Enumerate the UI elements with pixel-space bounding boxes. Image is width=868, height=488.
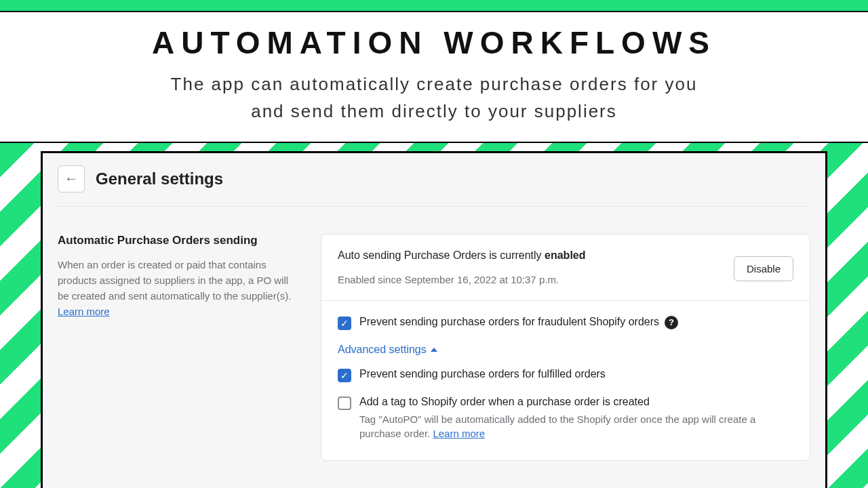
option-fraud-text: Prevent sending purchase orders for frau… — [359, 316, 678, 329]
help-icon[interactable]: ? — [665, 316, 678, 329]
advanced-label: Advanced settings — [338, 344, 427, 356]
hero-sub-line-1: The app can automatically create purchas… — [171, 74, 698, 94]
status-line: Auto sending Purchase Orders is currentl… — [338, 249, 586, 262]
striped-stage: ← General settings Automatic Purchase Or… — [0, 143, 868, 488]
option-fraud-label: Prevent sending purchase orders for frau… — [359, 316, 659, 327]
page-title: General settings — [96, 169, 223, 188]
hero-banner: AUTOMATION WORKFLOWS The app can automat… — [0, 12, 868, 143]
option-fulfilled: ✓ Prevent sending purchase orders for fu… — [338, 368, 793, 382]
option-tag-help: Tag "AutoPO" will be automatically added… — [359, 412, 793, 442]
learn-more-link[interactable]: Learn more — [58, 306, 110, 317]
tag-learn-more-link[interactable]: Learn more — [433, 428, 485, 439]
checkbox-tag[interactable] — [338, 396, 351, 410]
caret-up-icon — [431, 348, 437, 352]
panel-header: ← General settings — [58, 165, 810, 207]
section-title: Automatic Purchase Orders sending — [58, 234, 302, 247]
option-tag: Add a tag to Shopify order when a purcha… — [338, 396, 793, 442]
hero-top-bar — [0, 0, 868, 12]
checkbox-fulfilled[interactable]: ✓ — [338, 369, 351, 382]
status-prefix: Auto sending Purchase Orders is currentl… — [338, 249, 545, 261]
hero-title: AUTOMATION WORKFLOWS — [0, 24, 868, 61]
card-body: ✓ Prevent sending purchase orders for fr… — [321, 301, 810, 461]
settings-columns: Automatic Purchase Orders sending When a… — [58, 207, 810, 462]
status-value: enabled — [545, 249, 585, 261]
disable-button[interactable]: Disable — [734, 256, 793, 281]
option-fulfilled-label: Prevent sending purchase orders for fulf… — [359, 368, 606, 380]
settings-panel: ← General settings Automatic Purchase Or… — [41, 151, 827, 488]
status-block: Auto sending Purchase Orders is currentl… — [338, 249, 586, 285]
arrow-left-icon: ← — [64, 171, 78, 186]
section-sidebar: Automatic Purchase Orders sending When a… — [58, 234, 302, 462]
option-fraud: ✓ Prevent sending purchase orders for fr… — [338, 316, 793, 330]
card-status-row: Auto sending Purchase Orders is currentl… — [321, 235, 810, 301]
option-tag-label: Add a tag to Shopify order when a purcha… — [359, 396, 793, 408]
section-description: When an order is created or paid that co… — [58, 257, 302, 320]
section-desc-text: When an order is created or paid that co… — [58, 259, 291, 302]
advanced-settings-toggle[interactable]: Advanced settings — [338, 344, 437, 356]
hero-sub-line-2: and send them directly to your suppliers — [251, 101, 617, 121]
option-tag-text: Add a tag to Shopify order when a purcha… — [359, 396, 793, 442]
hero-subtitle: The app can automatically create purchas… — [0, 70, 868, 125]
option-tag-help-text: Tag "AutoPO" will be automatically added… — [359, 413, 755, 440]
back-button[interactable]: ← — [58, 165, 85, 192]
checkbox-fraud[interactable]: ✓ — [338, 317, 351, 330]
status-since: Enabled since September 16, 2022 at 10:3… — [338, 274, 586, 285]
settings-card: Auto sending Purchase Orders is currentl… — [321, 234, 810, 462]
